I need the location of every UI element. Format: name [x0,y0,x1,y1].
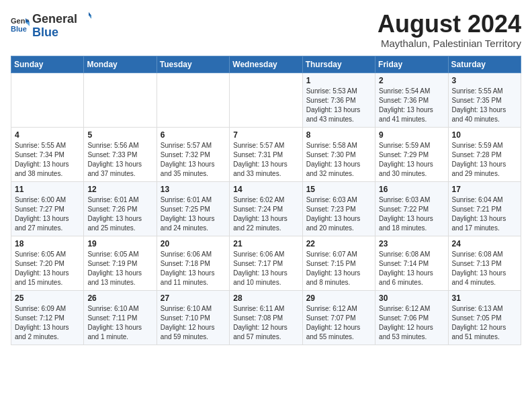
calendar-cell: 29Sunrise: 6:12 AMSunset: 7:07 PMDayligh… [302,290,375,345]
cell-content: Sunrise: 6:01 AMSunset: 7:25 PMDaylight:… [161,195,226,233]
cell-content: Sunrise: 6:06 AMSunset: 7:17 PMDaylight:… [233,250,298,287]
cell-content: Sunrise: 6:03 AMSunset: 7:23 PMDaylight:… [306,195,371,233]
cell-content: Sunrise: 6:13 AMSunset: 7:05 PMDaylight:… [452,304,517,342]
cell-content: Sunrise: 5:55 AMSunset: 7:34 PMDaylight:… [15,141,80,179]
header-monday: Monday [84,56,157,73]
week-row-4: 18Sunrise: 6:05 AMSunset: 7:20 PMDayligh… [11,236,521,290]
cell-content: Sunrise: 5:53 AMSunset: 7:36 PMDaylight:… [306,87,371,124]
day-number: 24 [452,239,517,248]
calendar-cell: 30Sunrise: 6:12 AMSunset: 7:06 PMDayligh… [375,290,448,345]
calendar-cell: 6Sunrise: 5:57 AMSunset: 7:32 PMDaylight… [157,127,229,181]
week-row-1: 1Sunrise: 5:53 AMSunset: 7:36 PMDaylight… [11,73,521,127]
cell-content: Sunrise: 6:12 AMSunset: 7:06 PMDaylight:… [379,304,444,342]
cell-content: Sunrise: 6:08 AMSunset: 7:13 PMDaylight:… [452,250,517,287]
calendar-cell: 11Sunrise: 6:00 AMSunset: 7:27 PMDayligh… [11,181,84,236]
day-number: 22 [306,239,371,248]
calendar-cell: 14Sunrise: 6:02 AMSunset: 7:24 PMDayligh… [230,181,302,236]
logo-icon: General Blue [11,15,30,34]
header-sunday: Sunday [11,56,84,73]
cell-content: Sunrise: 6:06 AMSunset: 7:18 PMDaylight:… [161,250,226,287]
title-section: August 2024 Maythalun, Palestinian Terri… [378,11,521,49]
header-friday: Friday [375,56,448,73]
day-number: 5 [87,130,152,140]
cell-content: Sunrise: 5:54 AMSunset: 7:36 PMDaylight:… [379,87,444,124]
logo-general-text: General [32,13,77,26]
day-number: 25 [15,293,80,303]
calendar-cell: 28Sunrise: 6:11 AMSunset: 7:08 PMDayligh… [230,290,302,345]
calendar-cell: 18Sunrise: 6:05 AMSunset: 7:20 PMDayligh… [11,236,84,290]
day-number: 18 [15,239,80,248]
cell-content: Sunrise: 5:55 AMSunset: 7:35 PMDaylight:… [452,87,517,124]
calendar-cell: 3Sunrise: 5:55 AMSunset: 7:35 PMDaylight… [448,73,521,127]
calendar-cell: 1Sunrise: 5:53 AMSunset: 7:36 PMDaylight… [302,73,375,127]
day-number: 9 [379,130,444,140]
cell-content: Sunrise: 6:04 AMSunset: 7:21 PMDaylight:… [452,195,517,233]
day-number: 30 [379,293,444,303]
cell-content: Sunrise: 6:08 AMSunset: 7:14 PMDaylight:… [379,250,444,287]
calendar-cell: 23Sunrise: 6:08 AMSunset: 7:14 PMDayligh… [375,236,448,290]
calendar-cell: 7Sunrise: 5:57 AMSunset: 7:31 PMDaylight… [230,127,302,181]
day-number: 31 [452,293,517,303]
calendar-header-row: SundayMondayTuesdayWednesdayThursdayFrid… [11,56,521,73]
cell-content: Sunrise: 6:03 AMSunset: 7:22 PMDaylight:… [379,195,444,233]
day-number: 19 [87,239,152,248]
calendar-cell: 22Sunrise: 6:07 AMSunset: 7:15 PMDayligh… [302,236,375,290]
cell-content: Sunrise: 5:58 AMSunset: 7:30 PMDaylight:… [306,141,371,179]
cell-content: Sunrise: 6:11 AMSunset: 7:08 PMDaylight:… [233,304,298,342]
calendar-cell: 9Sunrise: 5:59 AMSunset: 7:29 PMDaylight… [375,127,448,181]
calendar-cell [84,73,157,127]
calendar-cell: 21Sunrise: 6:06 AMSunset: 7:17 PMDayligh… [230,236,302,290]
day-number: 26 [87,293,152,303]
calendar-cell [230,73,302,127]
cell-content: Sunrise: 5:56 AMSunset: 7:33 PMDaylight:… [87,141,152,179]
header-tuesday: Tuesday [157,56,229,73]
day-number: 15 [306,185,371,194]
week-row-2: 4Sunrise: 5:55 AMSunset: 7:34 PMDaylight… [11,127,521,181]
calendar-cell [157,73,229,127]
calendar-cell: 2Sunrise: 5:54 AMSunset: 7:36 PMDaylight… [375,73,448,127]
calendar-cell: 13Sunrise: 6:01 AMSunset: 7:25 PMDayligh… [157,181,229,236]
day-number: 7 [233,130,298,140]
cell-content: Sunrise: 6:12 AMSunset: 7:07 PMDaylight:… [306,304,371,342]
calendar-cell: 5Sunrise: 5:56 AMSunset: 7:33 PMDaylight… [84,127,157,181]
cell-content: Sunrise: 6:01 AMSunset: 7:26 PMDaylight:… [87,195,152,233]
day-number: 6 [161,130,226,140]
cell-content: Sunrise: 6:02 AMSunset: 7:24 PMDaylight:… [233,195,298,233]
header-thursday: Thursday [302,56,375,73]
day-number: 4 [15,130,80,140]
day-number: 1 [306,76,371,85]
day-number: 16 [379,185,444,194]
cell-content: Sunrise: 5:57 AMSunset: 7:32 PMDaylight:… [161,141,226,179]
calendar-cell: 4Sunrise: 5:55 AMSunset: 7:34 PMDaylight… [11,127,84,181]
month-year-title: August 2024 [378,11,521,38]
day-number: 27 [161,293,226,303]
calendar-cell: 20Sunrise: 6:06 AMSunset: 7:18 PMDayligh… [157,236,229,290]
day-number: 2 [379,76,444,85]
logo: General Blue General Blue [11,11,92,40]
calendar-cell [11,73,84,127]
week-row-5: 25Sunrise: 6:09 AMSunset: 7:12 PMDayligh… [11,290,521,345]
day-number: 20 [161,239,226,248]
cell-content: Sunrise: 6:10 AMSunset: 7:10 PMDaylight:… [161,304,226,342]
day-number: 8 [306,130,371,140]
cell-content: Sunrise: 6:10 AMSunset: 7:11 PMDaylight:… [87,304,152,342]
header-saturday: Saturday [448,56,521,73]
location-subtitle: Maythalun, Palestinian Territory [378,38,521,49]
day-number: 3 [452,76,517,85]
cell-content: Sunrise: 5:59 AMSunset: 7:29 PMDaylight:… [379,141,444,179]
day-number: 10 [452,130,517,140]
calendar-cell: 25Sunrise: 6:09 AMSunset: 7:12 PMDayligh… [11,290,84,345]
cell-content: Sunrise: 5:59 AMSunset: 7:28 PMDaylight:… [452,141,517,179]
header-wednesday: Wednesday [230,56,302,73]
day-number: 17 [452,185,517,194]
day-number: 21 [233,239,298,248]
cell-content: Sunrise: 6:05 AMSunset: 7:20 PMDaylight:… [15,250,80,287]
day-number: 12 [87,185,152,194]
calendar-cell: 8Sunrise: 5:58 AMSunset: 7:30 PMDaylight… [302,127,375,181]
calendar-cell: 17Sunrise: 6:04 AMSunset: 7:21 PMDayligh… [448,181,521,236]
logo-bird-icon [79,11,91,23]
cell-content: Sunrise: 6:07 AMSunset: 7:15 PMDaylight:… [306,250,371,287]
day-number: 11 [15,185,80,194]
calendar-cell: 27Sunrise: 6:10 AMSunset: 7:10 PMDayligh… [157,290,229,345]
calendar-cell: 24Sunrise: 6:08 AMSunset: 7:13 PMDayligh… [448,236,521,290]
